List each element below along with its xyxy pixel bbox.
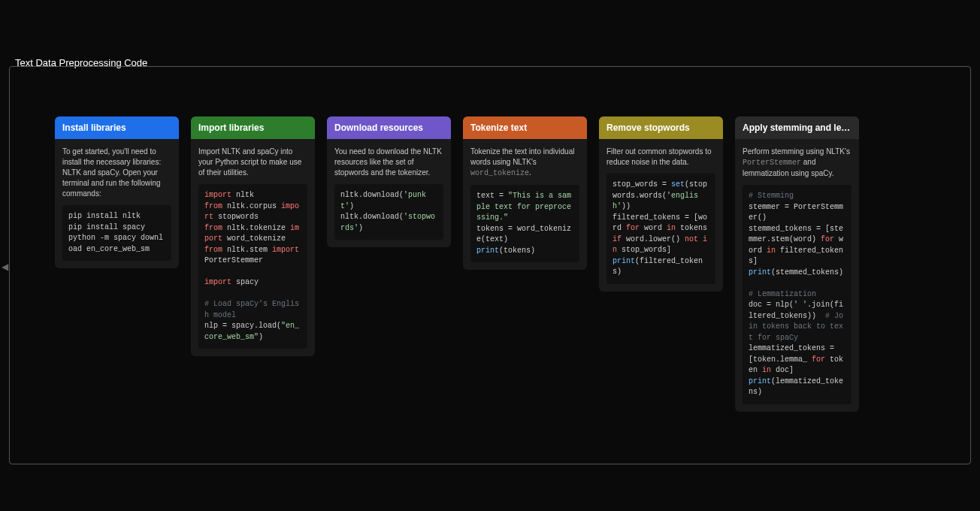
card-desc: You need to download the NLTK resources … [334,147,443,178]
card-header: Install libraries [55,116,179,139]
card-body: Perform stemming using NLTK's PorterStem… [735,139,859,412]
card-stem-lemma[interactable]: Apply stemming and lem… Perform stemming… [735,116,859,412]
chevron-left-icon[interactable]: ◀ [2,262,8,272]
card-body: Tokenize the text into individual words … [463,139,587,270]
code-block: text = "This is a sample text for prepro… [470,185,579,262]
card-desc: Perform stemming using NLTK's PorterStem… [743,147,851,179]
card-header: Apply stemming and lem… [735,116,859,139]
card-header: Remove stopwords [599,116,723,139]
card-header: Tokenize text [463,116,587,139]
card-desc: Tokenize the text into individual words … [470,147,579,179]
card-desc: Import NLTK and spaCy into your Python s… [198,147,307,178]
card-body: To get started, you'll need to install t… [55,139,179,268]
card-desc: Filter out common stopwords to reduce no… [606,147,715,168]
code-block: import nltk from nltk.corpus import stop… [198,184,307,349]
card-import[interactable]: Import libraries Import NLTK and spaCy i… [191,116,315,356]
card-body: You need to download the NLTK resources … [327,139,451,247]
code-block: # Stemming stemmer = PorterStemmer() ste… [743,185,851,404]
card-stopwords[interactable]: Remove stopwords Filter out common stopw… [599,116,723,292]
code-block: stop_words = set(stopwords.words('englis… [606,174,715,284]
card-download[interactable]: Download resources You need to download … [327,116,451,247]
card-row: Install libraries To get started, you'll… [28,97,952,412]
carousel-container: Install libraries To get started, you'll… [9,66,971,464]
card-tokenize[interactable]: Tokenize text Tokenize the text into ind… [463,116,587,270]
card-header: Import libraries [191,116,315,139]
card-body: Import NLTK and spaCy into your Python s… [191,139,315,356]
card-desc: To get started, you'll need to install t… [62,147,171,199]
code-block: pip install nltk pip install spacy pytho… [62,205,171,261]
code-block: nltk.download('punkt') nltk.download('st… [334,184,443,240]
card-body: Filter out common stopwords to reduce no… [599,139,723,292]
card-install[interactable]: Install libraries To get started, you'll… [55,116,179,268]
card-header: Download resources [327,116,451,139]
